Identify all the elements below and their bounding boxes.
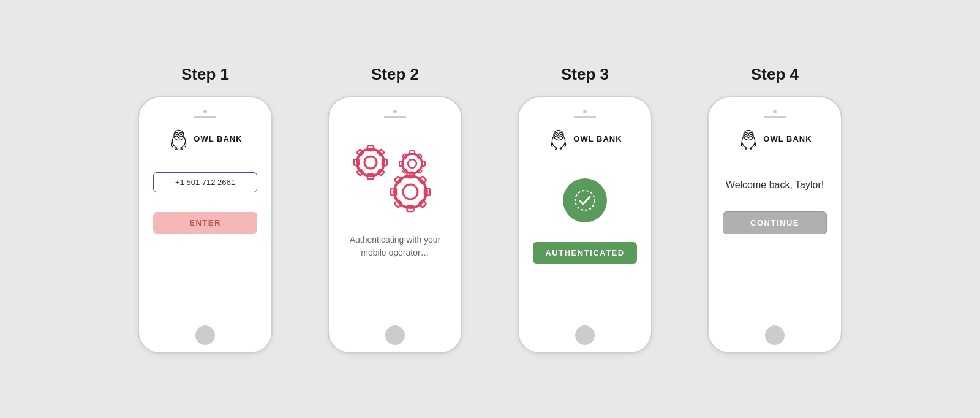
svg-point-24 xyxy=(403,184,418,199)
camera-2 xyxy=(393,110,397,113)
svg-point-5 xyxy=(180,134,182,135)
svg-point-13 xyxy=(357,149,384,176)
step-4-phone: OWL BANK Welcome back, Taylor! CONTINUE xyxy=(707,96,842,354)
step-4-column: Step 4 xyxy=(689,65,861,354)
svg-point-34 xyxy=(408,159,417,168)
svg-rect-35 xyxy=(410,151,415,154)
step-1-column: Step 1 xyxy=(119,65,291,354)
step-3-phone: OWL BANK AUTHENTICATED xyxy=(518,96,652,354)
svg-point-60 xyxy=(745,134,747,135)
welcome-text: Welcome back, Taylor! xyxy=(726,178,824,192)
phone-number-input[interactable]: +1 501 712 2661 xyxy=(153,172,257,192)
camera-3 xyxy=(583,110,587,113)
gears-icon xyxy=(352,144,438,218)
step-2-column: Step 2 xyxy=(309,65,481,354)
home-button-3 xyxy=(575,325,595,345)
svg-point-3 xyxy=(176,134,178,135)
owl-logo-4: OWL BANK xyxy=(737,128,812,150)
camera-4 xyxy=(773,110,777,113)
brand-name-4: OWL BANK xyxy=(763,134,812,143)
owl-icon-4 xyxy=(737,128,760,150)
speaker-4 xyxy=(764,116,786,118)
enter-button[interactable]: ENTER xyxy=(153,212,257,234)
phone-content-2: Authenticating with your mobile operator… xyxy=(339,126,451,340)
phone-content-3: OWL BANK AUTHENTICATED xyxy=(529,126,641,340)
svg-rect-38 xyxy=(399,161,403,166)
step-2-title: Step 2 xyxy=(371,65,419,84)
step-3-title: Step 3 xyxy=(561,65,609,84)
phone-top-4 xyxy=(718,110,831,118)
continue-button[interactable]: CONTINUE xyxy=(723,211,827,234)
phone-top-3 xyxy=(529,110,641,118)
step-2-phone: Authenticating with your mobile operator… xyxy=(328,96,462,354)
brand-name-3: OWL BANK xyxy=(573,134,622,143)
owl-icon-1 xyxy=(168,128,190,150)
svg-point-48 xyxy=(560,134,562,135)
home-button-4 xyxy=(765,325,785,345)
svg-point-33 xyxy=(402,154,422,173)
svg-point-56 xyxy=(575,191,595,210)
camera-1 xyxy=(203,110,207,113)
speaker-3 xyxy=(574,116,596,118)
owl-icon-3 xyxy=(548,128,570,150)
owl-logo-3: OWL BANK xyxy=(548,128,622,150)
brand-name-1: OWL BANK xyxy=(194,134,242,143)
home-button-1 xyxy=(195,325,215,345)
phone-top-2 xyxy=(339,110,451,118)
svg-rect-37 xyxy=(421,161,425,166)
auth-text: Authenticating with your mobile operator… xyxy=(339,234,451,259)
svg-point-23 xyxy=(394,176,426,208)
page-wrapper: Step 1 xyxy=(0,40,980,378)
step-1-phone: OWL BANK +1 501 712 2661 ENTER xyxy=(138,96,273,354)
step-1-title: Step 1 xyxy=(181,65,229,84)
step-4-title: Step 4 xyxy=(751,65,799,84)
svg-point-46 xyxy=(556,134,557,135)
speaker-2 xyxy=(384,116,406,118)
speaker-1 xyxy=(194,116,216,118)
svg-point-14 xyxy=(364,156,377,169)
owl-logo-1: OWL BANK xyxy=(168,128,242,150)
svg-point-62 xyxy=(750,134,752,135)
home-button-2 xyxy=(385,325,405,345)
phone-top-1 xyxy=(149,110,262,118)
check-circle xyxy=(563,178,607,222)
phone-content-4: OWL BANK Welcome back, Taylor! CONTINUE xyxy=(718,126,831,340)
authenticated-button[interactable]: AUTHENTICATED xyxy=(533,242,637,264)
step-3-column: Step 3 xyxy=(499,65,671,354)
phone-content-1: OWL BANK +1 501 712 2661 ENTER xyxy=(149,126,262,340)
